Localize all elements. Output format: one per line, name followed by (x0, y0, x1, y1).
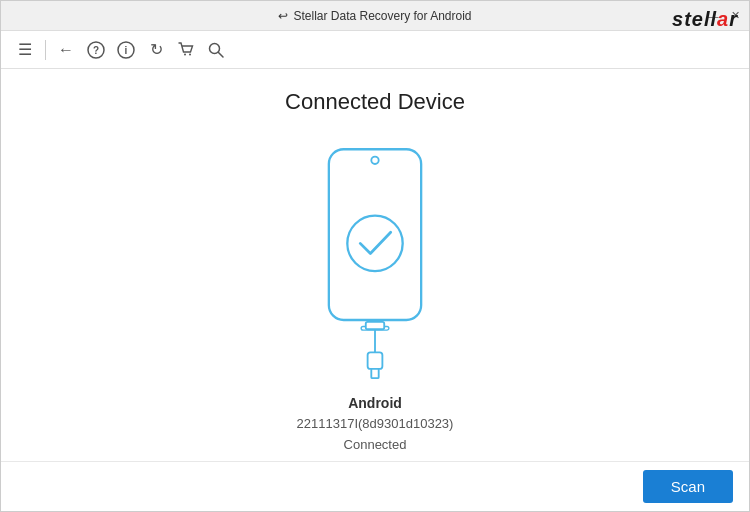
toolbar: ☰ ← ? i ↻ stellar (1, 31, 749, 69)
menu-button[interactable]: ☰ (11, 36, 39, 64)
title-bar-center: ↩ Stellar Data Recovery for Android (278, 9, 471, 23)
title-back-icon: ↩ (278, 9, 288, 23)
cart-button[interactable] (172, 36, 200, 64)
brand-text-r: r (729, 8, 738, 30)
phone-container: Android 22111317I(8d9301d10323) Connecte… (297, 140, 454, 456)
footer: Scan (1, 461, 749, 511)
svg-rect-15 (368, 352, 383, 369)
info-button[interactable]: i (112, 36, 140, 64)
device-info: Android 22111317I(8d9301d10323) Connecte… (297, 392, 454, 456)
device-status: Connected (297, 435, 454, 456)
help-button[interactable]: ? (82, 36, 110, 64)
toolbar-divider (45, 40, 46, 60)
brand-dot: a (717, 8, 729, 30)
device-id: 22111317I(8d9301d10323) (297, 414, 454, 435)
brand-logo: stellar (672, 8, 738, 31)
info-icon: i (117, 41, 135, 59)
svg-point-5 (189, 53, 191, 55)
svg-line-7 (219, 52, 224, 57)
device-name: Android (297, 392, 454, 414)
svg-point-9 (371, 157, 378, 164)
svg-point-4 (184, 53, 186, 55)
svg-text:i: i (125, 45, 128, 56)
svg-rect-13 (366, 322, 384, 329)
brand-text-stellar: stel (672, 8, 710, 30)
cart-icon (177, 41, 195, 59)
main-content: Connected Device Android (1, 69, 749, 461)
refresh-button[interactable]: ↻ (142, 36, 170, 64)
svg-point-11 (347, 216, 402, 271)
help-icon: ? (87, 41, 105, 59)
title-bar: ↩ Stellar Data Recovery for Android — ✕ (1, 1, 749, 31)
svg-rect-16 (371, 369, 378, 378)
search-button[interactable] (202, 36, 230, 64)
search-icon (207, 41, 225, 59)
app-title: Stellar Data Recovery for Android (293, 9, 471, 23)
phone-illustration (305, 140, 445, 380)
back-button[interactable]: ← (52, 36, 80, 64)
svg-text:?: ? (93, 45, 99, 56)
page-title: Connected Device (285, 89, 465, 115)
scan-button[interactable]: Scan (643, 470, 733, 503)
